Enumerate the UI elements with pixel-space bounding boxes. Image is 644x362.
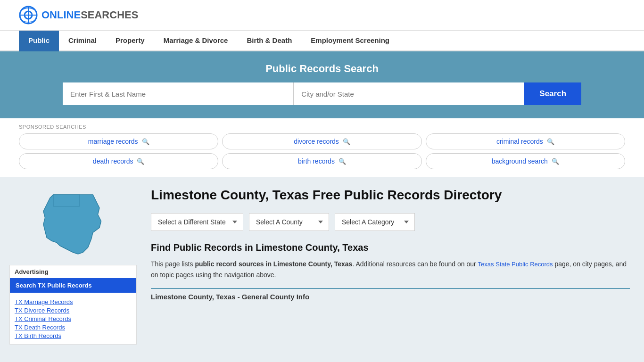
search-banner: Public Records Search Search — [0, 51, 644, 118]
desc-part2: . Additional resources can be found on o… — [352, 260, 478, 268]
texas-map-svg — [40, 191, 106, 257]
search-icon-background: 🔍 — [552, 158, 559, 165]
sponsored-tag-criminal[interactable]: criminal records 🔍 — [426, 133, 625, 149]
name-input[interactable] — [63, 82, 294, 105]
ad-link-tx-divorce[interactable]: TX Divorce Records — [15, 307, 132, 314]
right-content: Limestone County, Texas Free Public Reco… — [146, 177, 644, 354]
search-icon-divorce: 🔍 — [343, 138, 350, 145]
search-banner-title: Public Records Search — [19, 63, 625, 75]
sponsored-tag-death-label: death records — [93, 157, 133, 165]
ad-links: TX Marriage Records TX Divorce Records T… — [10, 296, 136, 344]
sponsored-label: SPONSORED SEARCHES — [19, 124, 625, 130]
page-title: Limestone County, Texas Free Public Reco… — [151, 187, 630, 204]
sponsored-tag-background-label: background search — [492, 157, 548, 165]
desc-bold: public record sources in Limestone Count… — [195, 260, 352, 268]
ad-link-tx-marriage[interactable]: TX Marriage Records — [15, 298, 132, 305]
main-content: Advertising Search TX Public Records TX … — [0, 177, 644, 354]
desc-part1: This page lists — [151, 260, 195, 268]
search-icon-criminal: 🔍 — [547, 138, 554, 145]
ad-highlight-button[interactable]: Search TX Public Records — [10, 278, 136, 293]
tx-public-records-link[interactable]: Texas State Public Records — [478, 261, 553, 268]
search-icon-death: 🔍 — [137, 158, 144, 165]
nav-item-marriage-divorce[interactable]: Marriage & Divorce — [154, 31, 238, 51]
logo-area: ONLINESEARCHES — [19, 6, 138, 25]
nav-item-public[interactable]: Public — [19, 31, 59, 51]
header: ONLINESEARCHES — [0, 0, 644, 31]
nav-item-criminal[interactable]: Criminal — [59, 31, 106, 51]
advertising-label: Advertising — [10, 265, 136, 278]
nav-item-property[interactable]: Property — [106, 31, 154, 51]
sponsored-tag-criminal-label: criminal records — [496, 138, 543, 145]
logo-icon — [19, 6, 38, 25]
dropdowns-row: Select a Different State Select A County… — [151, 213, 630, 231]
texas-map-area — [9, 187, 137, 257]
sponsored-grid: marriage records 🔍 divorce records 🔍 cri… — [19, 133, 625, 169]
sponsored-tag-divorce[interactable]: divorce records 🔍 — [222, 133, 421, 149]
sponsored-tag-marriage[interactable]: marriage records 🔍 — [19, 133, 218, 149]
svg-rect-5 — [53, 195, 80, 206]
find-records-title: Find Public Records in Limestone County,… — [151, 242, 630, 253]
category-dropdown[interactable]: Select A Category — [335, 213, 415, 231]
search-button[interactable]: Search — [524, 82, 581, 105]
location-input[interactable] — [294, 82, 524, 105]
logo-text: ONLINESEARCHES — [41, 9, 138, 21]
county-dropdown[interactable]: Select A County — [249, 213, 329, 231]
sidebar: Advertising Search TX Public Records TX … — [0, 177, 146, 354]
advertising-box: Advertising Search TX Public Records TX … — [9, 265, 137, 345]
ad-link-tx-criminal[interactable]: TX Criminal Records — [15, 315, 132, 322]
section-divider — [151, 288, 630, 289]
sponsored-tag-divorce-label: divorce records — [294, 138, 339, 145]
sponsored-tag-background[interactable]: background search 🔍 — [426, 153, 625, 169]
main-nav: Public Criminal Property Marriage & Divo… — [0, 31, 644, 51]
nav-item-birth-death[interactable]: Birth & Death — [237, 31, 301, 51]
sponsored-tag-marriage-label: marriage records — [88, 138, 138, 145]
general-info-title: Limestone County, Texas - General County… — [151, 293, 630, 301]
sponsored-tag-death[interactable]: death records 🔍 — [19, 153, 218, 169]
sponsored-section: SPONSORED SEARCHES marriage records 🔍 di… — [0, 118, 644, 177]
nav-item-employment[interactable]: Employment Screening — [301, 31, 399, 51]
sponsored-tag-birth[interactable]: birth records 🔍 — [222, 153, 421, 169]
sponsored-tag-birth-label: birth records — [298, 157, 335, 165]
search-form: Search — [63, 82, 581, 105]
search-icon-marriage: 🔍 — [142, 138, 149, 145]
description-text: This page lists public record sources in… — [151, 259, 630, 280]
state-dropdown[interactable]: Select a Different State — [151, 213, 243, 231]
ad-link-tx-death[interactable]: TX Death Records — [15, 324, 132, 331]
ad-link-tx-birth[interactable]: TX Birth Records — [15, 332, 132, 339]
search-icon-birth: 🔍 — [339, 158, 346, 165]
